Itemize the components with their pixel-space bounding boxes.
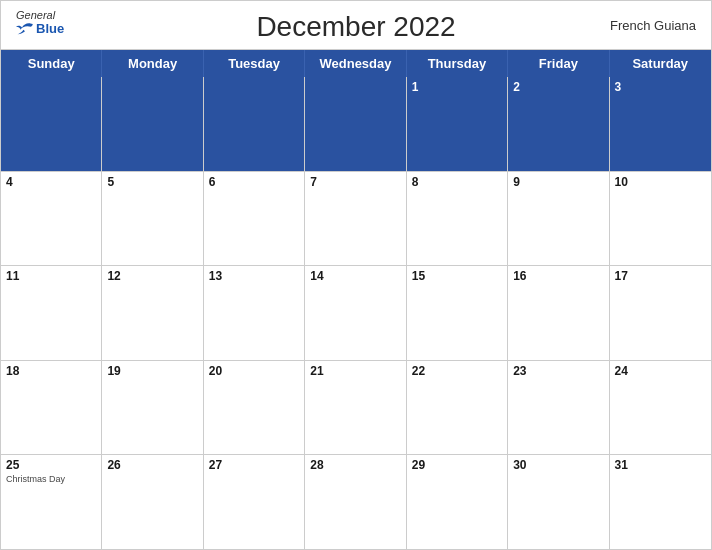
day-number: 14 <box>310 269 400 283</box>
day-cell: 29 <box>407 455 508 549</box>
day-cell: 9 <box>508 172 609 266</box>
day-cell <box>305 77 406 171</box>
day-number: 15 <box>412 269 502 283</box>
day-number: 20 <box>209 364 299 378</box>
day-number: 18 <box>6 364 96 378</box>
day-number: 23 <box>513 364 603 378</box>
day-number: 9 <box>513 175 603 189</box>
day-number: 26 <box>107 458 197 472</box>
calendar: General Blue December 2022 French Guiana… <box>0 0 712 550</box>
day-number: 2 <box>513 80 603 94</box>
day-number: 17 <box>615 269 706 283</box>
logo: General Blue <box>16 9 64 36</box>
day-number: 30 <box>513 458 603 472</box>
day-number: 3 <box>615 80 706 94</box>
day-cell: 26 <box>102 455 203 549</box>
day-cell <box>1 77 102 171</box>
holiday-label: Christmas Day <box>6 474 96 485</box>
day-cell: 27 <box>204 455 305 549</box>
header-tuesday: Tuesday <box>204 50 305 77</box>
week-row: 25 Christmas Day 26 27 28 29 30 31 <box>1 455 711 549</box>
day-cell: 21 <box>305 361 406 455</box>
header-monday: Monday <box>102 50 203 77</box>
week-row: 4 5 6 7 8 9 10 <box>1 172 711 267</box>
week-row: 11 12 13 14 15 16 17 <box>1 266 711 361</box>
day-cell: 28 <box>305 455 406 549</box>
week-row: 1 2 3 <box>1 77 711 172</box>
day-cell: 3 <box>610 77 711 171</box>
day-cell: 10 <box>610 172 711 266</box>
header-wednesday: Wednesday <box>305 50 406 77</box>
day-number: 6 <box>209 175 299 189</box>
day-cell: 11 <box>1 266 102 360</box>
month-title: December 2022 <box>256 11 455 43</box>
day-number: 5 <box>107 175 197 189</box>
calendar-grid: Sunday Monday Tuesday Wednesday Thursday… <box>1 49 711 549</box>
day-number: 22 <box>412 364 502 378</box>
day-cell: 6 <box>204 172 305 266</box>
day-number: 24 <box>615 364 706 378</box>
day-cell: 1 <box>407 77 508 171</box>
day-number: 21 <box>310 364 400 378</box>
header-sunday: Sunday <box>1 50 102 77</box>
day-cell-christmas: 25 Christmas Day <box>1 455 102 549</box>
region-label: French Guiana <box>610 18 696 33</box>
day-number: 4 <box>6 175 96 189</box>
day-cell: 8 <box>407 172 508 266</box>
day-number: 31 <box>615 458 706 472</box>
day-cell <box>204 77 305 171</box>
weeks-container: 1 2 3 4 5 6 7 8 9 10 11 <box>1 77 711 549</box>
day-cell: 22 <box>407 361 508 455</box>
day-cell: 30 <box>508 455 609 549</box>
day-number: 28 <box>310 458 400 472</box>
day-cell: 31 <box>610 455 711 549</box>
day-number: 13 <box>209 269 299 283</box>
week-row: 18 19 20 21 22 23 24 <box>1 361 711 456</box>
day-cell: 4 <box>1 172 102 266</box>
day-cell: 20 <box>204 361 305 455</box>
header-friday: Friday <box>508 50 609 77</box>
day-cell: 16 <box>508 266 609 360</box>
day-cell: 15 <box>407 266 508 360</box>
logo-blue-text: Blue <box>16 21 64 36</box>
logo-general-text: General <box>16 9 55 21</box>
day-cell: 23 <box>508 361 609 455</box>
day-cell: 17 <box>610 266 711 360</box>
day-cell: 2 <box>508 77 609 171</box>
day-cell <box>102 77 203 171</box>
day-number: 16 <box>513 269 603 283</box>
day-number: 8 <box>412 175 502 189</box>
day-cell: 18 <box>1 361 102 455</box>
day-number: 7 <box>310 175 400 189</box>
day-number: 27 <box>209 458 299 472</box>
day-cell: 7 <box>305 172 406 266</box>
logo-bird-icon <box>16 22 34 36</box>
day-number: 25 <box>6 458 96 472</box>
calendar-header: General Blue December 2022 French Guiana <box>1 1 711 49</box>
header-saturday: Saturday <box>610 50 711 77</box>
day-number: 29 <box>412 458 502 472</box>
day-cell: 14 <box>305 266 406 360</box>
day-cell: 19 <box>102 361 203 455</box>
day-number: 19 <box>107 364 197 378</box>
day-number: 1 <box>412 80 502 94</box>
header-thursday: Thursday <box>407 50 508 77</box>
day-number: 12 <box>107 269 197 283</box>
day-cell: 24 <box>610 361 711 455</box>
day-cell: 5 <box>102 172 203 266</box>
day-headers-row: Sunday Monday Tuesday Wednesday Thursday… <box>1 50 711 77</box>
day-cell: 13 <box>204 266 305 360</box>
day-cell: 12 <box>102 266 203 360</box>
day-number: 11 <box>6 269 96 283</box>
day-number: 10 <box>615 175 706 189</box>
